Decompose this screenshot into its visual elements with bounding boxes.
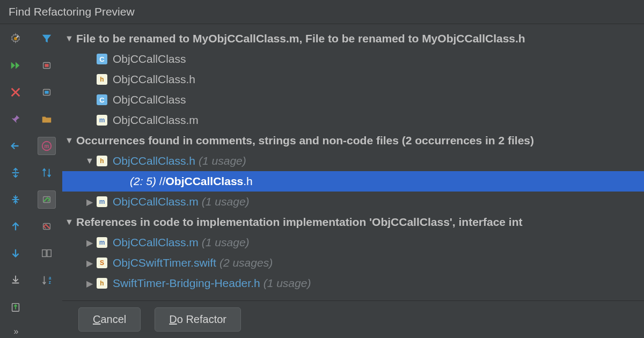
expand-arrow-icon[interactable]	[62, 217, 76, 227]
impl-file-icon	[97, 237, 107, 248]
tree-file[interactable]: ObjCCallClass.m (1 usage)	[62, 232, 644, 253]
svg-rect-3	[45, 64, 48, 67]
toolbar-right: m az	[31, 24, 62, 337]
expand-all-icon[interactable]	[6, 164, 25, 182]
arrow-down-icon[interactable]	[6, 244, 25, 262]
group-by-package-icon[interactable]	[38, 83, 56, 101]
svg-rect-5	[45, 91, 48, 94]
expand-arrow-icon[interactable]	[62, 136, 76, 145]
section-rename[interactable]: File to be renamed to MyObjCCallClass.m,…	[62, 28, 644, 49]
svg-rect-10	[42, 250, 46, 257]
collapse-arrow-icon[interactable]	[83, 197, 97, 207]
expand-arrow-icon[interactable]	[83, 156, 97, 166]
tree-item[interactable]: C ObjCCallClass	[62, 49, 644, 69]
do-refactor-button[interactable]: Do Refactor	[155, 307, 241, 332]
button-bar: Cancel Do Refactor	[62, 300, 644, 338]
settings-icon[interactable]	[6, 30, 25, 48]
svg-text:z: z	[49, 280, 51, 285]
cancel-icon[interactable]	[6, 83, 25, 101]
collapse-arrow-icon[interactable]	[83, 258, 97, 268]
sort-icon[interactable]	[38, 164, 56, 182]
rerun-icon[interactable]	[6, 56, 25, 75]
header-file-icon	[97, 156, 107, 166]
content-area: » m az	[0, 24, 644, 337]
section-occurrences[interactable]: Occurrences found in comments, strings a…	[62, 130, 644, 151]
impl-file-icon	[97, 196, 107, 207]
window-title: Find Refactoring Preview	[0, 0, 644, 24]
group-by-file-icon[interactable]	[38, 56, 56, 75]
collapse-arrow-icon[interactable]	[83, 238, 97, 248]
toolbar-left: »	[0, 24, 31, 337]
expand-arrow-icon[interactable]	[62, 34, 76, 43]
cancel-button[interactable]: Cancel	[78, 307, 141, 332]
header-file-icon	[97, 74, 107, 85]
tree-file[interactable]: ObjCSwiftTimer.swift (2 usages)	[62, 253, 644, 273]
swift-file-icon	[97, 258, 107, 268]
collapse-all-icon[interactable]	[6, 190, 25, 209]
tree-file[interactable]: SwiftTimer-Bridging-Header.h (1 usage)	[62, 273, 644, 293]
open-file-icon[interactable]	[6, 298, 25, 316]
collapse-arrow-icon[interactable]	[83, 278, 97, 289]
tree-item[interactable]: ObjCCallClass.m	[62, 110, 644, 130]
tree-file[interactable]: ObjCCallClass.h (1 usage)	[62, 151, 644, 171]
arrow-up-icon[interactable]	[6, 217, 25, 236]
folder-icon[interactable]	[38, 110, 56, 128]
section-references[interactable]: References in code to implementation imp…	[62, 212, 644, 232]
filter-icon[interactable]	[38, 30, 56, 48]
class-icon: C	[97, 94, 107, 105]
more-icon[interactable]: »	[14, 327, 18, 336]
svg-rect-11	[47, 250, 51, 257]
pin-icon[interactable]	[6, 110, 25, 128]
tree-usage-selected[interactable]: (2: 5) // ObjCCallClass .h	[62, 171, 644, 192]
group-by-module-icon[interactable]: m	[38, 137, 56, 155]
preview-panel-icon[interactable]	[38, 244, 56, 262]
svg-text:m: m	[45, 143, 49, 149]
export-icon[interactable]	[6, 271, 25, 289]
tree-file[interactable]: ObjCCallClass.m (1 usage)	[62, 192, 644, 212]
prev-occurrence-icon[interactable]	[6, 137, 25, 155]
tree-item[interactable]: ObjCCallClass.h	[62, 69, 644, 90]
sort-alpha-icon[interactable]: az	[38, 271, 56, 289]
class-icon: C	[97, 54, 107, 64]
results-tree: File to be renamed to MyObjCCallClass.m,…	[62, 24, 644, 337]
impl-file-icon	[97, 115, 107, 126]
show-read-icon[interactable]	[38, 190, 56, 209]
header-file-icon	[97, 278, 107, 289]
show-write-icon[interactable]	[38, 217, 56, 236]
tree-item[interactable]: C ObjCCallClass	[62, 90, 644, 110]
